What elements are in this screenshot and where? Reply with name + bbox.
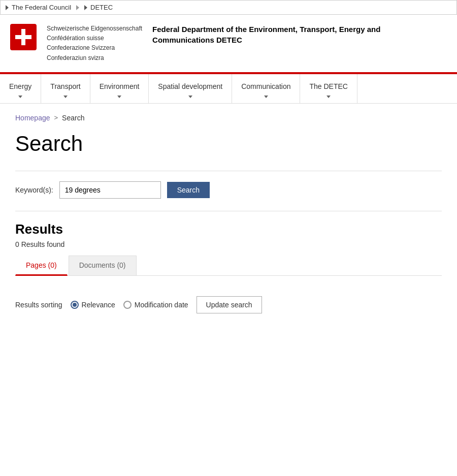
nav-item-transport[interactable]: Transport bbox=[41, 74, 90, 103]
detec-link[interactable]: DETEC bbox=[90, 4, 113, 11]
nav-item-spatial-development[interactable]: Spatial development bbox=[149, 74, 232, 103]
breadcrumb-current: Search bbox=[62, 114, 84, 122]
update-search-button[interactable]: Update search bbox=[197, 296, 262, 313]
nav-chevron-spatial-icon bbox=[188, 96, 192, 98]
nav-chevron-transport-icon bbox=[63, 96, 68, 98]
nav-chevron-environment-icon bbox=[117, 96, 121, 98]
results-count: 0 Results found bbox=[15, 240, 442, 248]
department-title: Federal Department of the Environment, T… bbox=[152, 24, 396, 45]
radio-modification-circle bbox=[123, 301, 132, 309]
nav-item-environment[interactable]: Environment bbox=[90, 74, 149, 103]
nav-item-energy[interactable]: Energy bbox=[0, 74, 41, 103]
org-names: Schweizerische Eidgenossenschaft Confédé… bbox=[47, 24, 142, 63]
search-form: Keyword(s): Search bbox=[15, 181, 442, 199]
search-button[interactable]: Search bbox=[167, 182, 210, 198]
nav-chevron-detec-icon bbox=[327, 96, 331, 98]
nav-item-the-detec[interactable]: The DETEC bbox=[300, 74, 357, 103]
breadcrumb-separator: > bbox=[54, 114, 58, 121]
nav-chevron-energy-icon bbox=[18, 96, 22, 98]
page-title: Search bbox=[15, 132, 442, 155]
search-bottom-divider bbox=[15, 211, 442, 211]
nav-item-communication[interactable]: Communication bbox=[232, 74, 300, 103]
federal-council-arrow-icon bbox=[6, 5, 9, 10]
svg-rect-2 bbox=[15, 35, 31, 39]
results-sorting: Results sorting Relevance Modification d… bbox=[15, 288, 442, 322]
detec-arrow-icon bbox=[84, 5, 87, 10]
breadcrumb-home-link[interactable]: Homepage bbox=[15, 114, 50, 122]
radio-relevance-circle bbox=[71, 301, 79, 309]
top-bar: The Federal Council DETEC bbox=[0, 0, 457, 15]
search-input[interactable] bbox=[59, 181, 161, 199]
nav-chevron-communication-icon bbox=[264, 96, 268, 98]
radio-relevance[interactable]: Relevance bbox=[71, 301, 115, 309]
swiss-cross-logo bbox=[10, 24, 37, 50]
radio-relevance-label: Relevance bbox=[82, 301, 115, 309]
sorting-radio-group: Relevance Modification date bbox=[71, 301, 188, 309]
site-header: Schweizerische Eidgenossenschaft Confédé… bbox=[0, 15, 457, 72]
breadcrumb: Homepage > Search bbox=[15, 114, 442, 122]
federal-council-link[interactable]: The Federal Council bbox=[12, 4, 71, 11]
main-nav: Energy Transport Environment Spatial dev… bbox=[0, 74, 457, 104]
sorting-label: Results sorting bbox=[15, 301, 62, 309]
results-title: Results bbox=[15, 221, 442, 237]
tab-documents[interactable]: Documents (0) bbox=[69, 256, 137, 276]
radio-modification-label: Modification date bbox=[135, 301, 188, 309]
radio-modification-date[interactable]: Modification date bbox=[123, 301, 188, 309]
results-tabs: Pages (0) Documents (0) bbox=[15, 256, 442, 276]
breadcrumb-separator-icon bbox=[76, 5, 79, 10]
keyword-label: Keyword(s): bbox=[15, 186, 53, 194]
search-top-divider bbox=[15, 171, 442, 171]
main-content: Homepage > Search Search Keyword(s): Sea… bbox=[0, 104, 457, 332]
tab-pages[interactable]: Pages (0) bbox=[15, 256, 68, 276]
